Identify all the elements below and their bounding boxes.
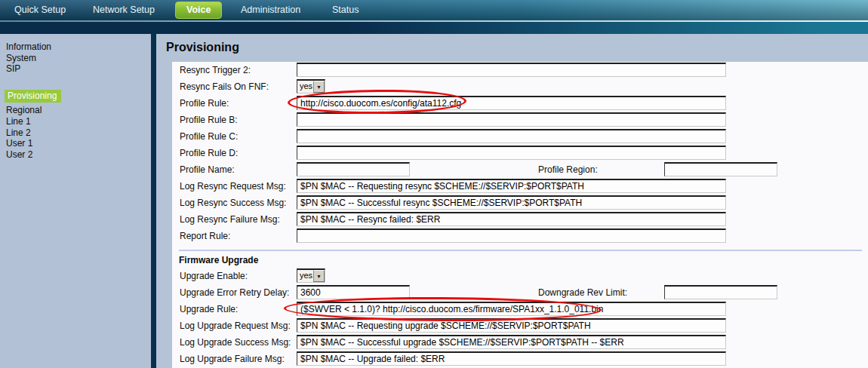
input-log-resync-success-msg[interactable] — [297, 195, 726, 210]
form-rows: Resync Trigger 2:Resync Fails On FNF:yes… — [172, 62, 868, 367]
field-label-resync-fails-on-fnf: Resync Fails On FNF: — [180, 78, 269, 95]
dropdown-value: yes — [297, 81, 313, 93]
sidebar-item-provisioning[interactable]: Provisioning — [5, 90, 61, 103]
field-label-profile-region: Profile Region: — [538, 161, 598, 178]
form-row-profile-name: Profile Name:Profile Region: — [172, 161, 868, 178]
dropdown-arrow-icon[interactable]: ▼ — [313, 81, 325, 93]
field-label-profile-rule-b: Profile Rule B: — [180, 112, 238, 128]
field-label-profile-name: Profile Name: — [180, 161, 235, 178]
input-upgrade-rule[interactable] — [297, 302, 726, 316]
tab-quick-setup[interactable]: Quick Setup — [14, 0, 66, 20]
field-label-profile-rule: Profile Rule: — [180, 95, 229, 112]
main-content: Provisioning Resync Trigger 2:Resync Fai… — [156, 34, 868, 368]
form-row-profile-rule: Profile Rule: — [172, 95, 868, 112]
tab-voice[interactable]: Voice — [175, 2, 222, 19]
input-profile-name[interactable] — [297, 162, 410, 176]
dropdown-value: yes — [297, 270, 313, 282]
input-profile-rule-b[interactable] — [297, 112, 726, 127]
sidebar-divider — [151, 34, 156, 368]
input-profile-rule[interactable] — [297, 96, 726, 110]
sidebar-item-regional[interactable]: Regional — [6, 105, 151, 116]
field-label-profile-rule-c: Profile Rule C: — [180, 128, 238, 145]
input-log-resync-request-msg[interactable] — [297, 179, 726, 193]
input-resync-trigger-2[interactable] — [297, 63, 726, 77]
page-title: Provisioning — [166, 41, 239, 54]
input-downgrade-rev-limit[interactable] — [664, 285, 777, 299]
sidebar-menu: InformationSystemSIPProvisioningRegional… — [0, 34, 151, 160]
form-row-log-upgrade-request-msg: Log Upgrade Request Msg: — [172, 317, 868, 334]
sidebar: InformationSystemSIPProvisioningRegional… — [0, 34, 151, 368]
tab-administration[interactable]: Administration — [241, 0, 300, 20]
field-label-log-resync-request-msg: Log Resync Request Msg: — [180, 178, 286, 195]
sidebar-item-user-2[interactable]: User 2 — [6, 149, 151, 161]
sidebar-item-line-2[interactable]: Line 2 — [6, 127, 151, 139]
form-row-report-rule: Report Rule: — [172, 228, 868, 244]
field-label-profile-rule-d: Profile Rule D: — [180, 145, 238, 161]
form-row-profile-rule-d: Profile Rule D: — [172, 145, 868, 161]
form-row-upgrade-error-retry-delay: Upgrade Error Retry Delay:Downgrade Rev … — [172, 284, 868, 301]
page: Quick SetupNetwork SetupVoiceAdministrat… — [0, 0, 868, 368]
dropdown-resync-fails-on-fnf[interactable]: yes▼ — [297, 79, 325, 94]
input-upgrade-error-retry-delay[interactable] — [297, 285, 410, 299]
form-row-profile-rule-c: Profile Rule C: — [172, 128, 868, 145]
header: Quick SetupNetwork SetupVoiceAdministrat… — [0, 0, 868, 34]
form-row-resync-fails-on-fnf: Resync Fails On FNF:yes▼ — [172, 78, 868, 95]
sidebar-item-information[interactable]: Information — [6, 41, 151, 53]
sidebar-item-sip[interactable]: SIP — [6, 63, 151, 75]
form-row-log-upgrade-failure-msg: Log Upgrade Failure Msg: — [172, 351, 868, 367]
tab-status[interactable]: Status — [332, 0, 359, 20]
field-label-upgrade-error-retry-delay: Upgrade Error Retry Delay: — [180, 284, 289, 301]
input-log-resync-failure-msg[interactable] — [297, 212, 726, 226]
field-label-log-resync-success-msg: Log Resync Success Msg: — [180, 195, 286, 211]
field-label-report-rule: Report Rule: — [180, 228, 230, 244]
form-row-log-upgrade-success-msg: Log Upgrade Success Msg: — [172, 334, 868, 351]
form-panel: Resync Trigger 2:Resync Fails On FNF:yes… — [172, 62, 868, 368]
field-label-log-upgrade-success-msg: Log Upgrade Success Msg: — [180, 334, 291, 351]
input-report-rule[interactable] — [297, 228, 726, 243]
field-label-log-upgrade-failure-msg: Log Upgrade Failure Msg: — [180, 351, 285, 367]
form-row-resync-trigger-2: Resync Trigger 2: — [172, 62, 868, 78]
dropdown-arrow-icon[interactable]: ▼ — [313, 270, 325, 282]
dropdown-upgrade-enable[interactable]: yes▼ — [297, 268, 325, 283]
section-divider — [179, 250, 862, 251]
sidebar-item-system[interactable]: System — [6, 53, 151, 64]
nav-lower-strip — [0, 22, 868, 34]
field-label-upgrade-enable: Upgrade Enable: — [180, 268, 248, 284]
section-header-firmware-upgrade: Firmware Upgrade — [179, 253, 868, 267]
field-label-upgrade-rule: Upgrade Rule: — [180, 301, 238, 317]
form-row-log-resync-request-msg: Log Resync Request Msg: — [172, 178, 868, 195]
top-nav: Quick SetupNetwork SetupVoiceAdministrat… — [0, 0, 868, 20]
input-profile-rule-c[interactable] — [297, 129, 726, 143]
input-log-upgrade-request-msg[interactable] — [297, 318, 726, 333]
form-row-log-resync-failure-msg: Log Resync Failure Msg: — [172, 211, 868, 228]
form-row-upgrade-enable: Upgrade Enable:yes▼ — [172, 268, 868, 284]
form-row-log-resync-success-msg: Log Resync Success Msg: — [172, 195, 868, 211]
field-label-log-upgrade-request-msg: Log Upgrade Request Msg: — [180, 317, 291, 334]
form-row-profile-rule-b: Profile Rule B: — [172, 112, 868, 128]
sidebar-item-line-1[interactable]: Line 1 — [6, 116, 151, 127]
form-row-upgrade-rule: Upgrade Rule: — [172, 301, 868, 317]
sidebar-item-user-1[interactable]: User 1 — [6, 138, 151, 149]
field-label-log-resync-failure-msg: Log Resync Failure Msg: — [180, 211, 280, 228]
input-log-upgrade-failure-msg[interactable] — [297, 351, 726, 366]
input-log-upgrade-success-msg[interactable] — [297, 335, 726, 349]
field-label-downgrade-rev-limit: Downgrade Rev Limit: — [538, 284, 627, 301]
field-label-resync-trigger-2: Resync Trigger 2: — [180, 62, 251, 78]
tab-network-setup[interactable]: Network Setup — [93, 0, 155, 20]
input-profile-rule-d[interactable] — [297, 146, 726, 160]
input-profile-region[interactable] — [664, 162, 777, 176]
